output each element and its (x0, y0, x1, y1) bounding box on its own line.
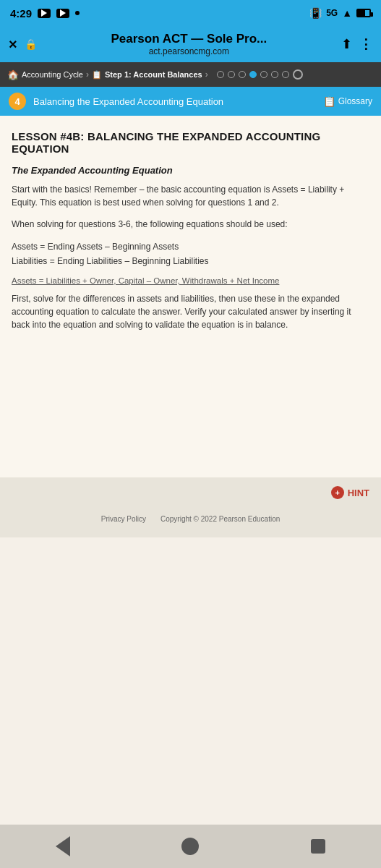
hint-section: + HINT (0, 477, 381, 508)
progress-dot-4 (249, 71, 257, 78)
privacy-policy-link[interactable]: Privacy Policy (101, 515, 146, 523)
status-bar: 4:29 📳 5G ▲ (0, 0, 381, 26)
nav-back-button[interactable] (56, 836, 70, 856)
site-title: Pearson ACT — Sole Pro... (44, 32, 334, 46)
breadcrumb-step[interactable]: 📋 Step 1: Account Balances (92, 70, 202, 80)
progress-dots (217, 69, 303, 80)
lesson-number: 4 (9, 93, 26, 110)
paragraph-2: When solving for questions 3-6, the foll… (12, 218, 369, 231)
progress-dot-3 (239, 71, 246, 78)
breadcrumb-separator-1: › (86, 69, 89, 80)
signal-label: 5G (326, 8, 338, 18)
close-button[interactable]: × (9, 36, 17, 53)
breadcrumb-separator-2: › (205, 69, 208, 80)
equation-line-1: Assets = Ending Assets – Beginning Asset… (12, 239, 369, 254)
hint-icon: + (331, 486, 344, 499)
lesson-title: Balancing the Expanded Accounting Equati… (33, 96, 316, 107)
paragraph-3: First, solve for the differences in asse… (12, 292, 369, 331)
progress-dot-1 (217, 71, 224, 78)
lesson-heading: LESSON #4B: BALANCING THE EXPANDED ACCOU… (12, 130, 369, 155)
hint-button[interactable]: + HINT (331, 486, 369, 499)
battery-icon (356, 9, 371, 17)
youtube-icon-2 (56, 9, 69, 18)
main-content: LESSON #4B: BALANCING THE EXPANDED ACCOU… (0, 116, 381, 477)
progress-dot-7 (282, 71, 289, 78)
lesson-header: 4 Balancing the Expanded Accounting Equa… (0, 87, 381, 116)
dot-indicator (75, 11, 80, 15)
breadcrumb-step-label: Step 1: Account Balances (105, 70, 202, 79)
signal-bars-icon: ▲ (342, 7, 352, 19)
content-subheading: The Expanded Accounting Equation (12, 165, 369, 176)
recent-square-icon (311, 839, 325, 854)
vibrate-icon: 📳 (309, 7, 322, 19)
glossary-icon: 📋 (323, 95, 335, 107)
status-right: 📳 5G ▲ (309, 7, 371, 19)
progress-dot-2 (228, 71, 235, 78)
step-icon: 📋 (92, 70, 102, 80)
status-left: 4:29 (10, 7, 80, 20)
progress-dot-8 (293, 69, 303, 80)
home-circle-icon (181, 838, 199, 855)
breadcrumb-home-label: Accounting Cycle (22, 70, 83, 79)
youtube-icon (38, 9, 51, 18)
breadcrumb-nav: 🏠 Accounting Cycle › 📋 Step 1: Account B… (0, 62, 381, 87)
time-display: 4:29 (10, 7, 32, 20)
nav-home-button[interactable] (181, 838, 199, 855)
paragraph-1: Start with the basics! Remember – the ba… (12, 183, 369, 209)
home-icon: 🏠 (7, 69, 19, 80)
breadcrumb-home[interactable]: 🏠 Accounting Cycle (7, 69, 83, 80)
equation-block-1: Assets = Ending Assets – Beginning Asset… (12, 239, 369, 269)
glossary-label: Glossary (338, 96, 372, 106)
nav-recent-button[interactable] (311, 839, 325, 854)
footer: Privacy Policy Copyright © 2022 Pearson … (0, 508, 381, 537)
share-button[interactable]: ⬆ (341, 36, 352, 52)
back-triangle-icon (56, 836, 70, 856)
lock-icon: 🔒 (25, 38, 37, 50)
equation-underline: Assets = Liabilities + Owner, Capital – … (12, 276, 369, 285)
hint-label: HINT (348, 488, 369, 498)
url-title-block: Pearson ACT — Sole Pro... act.pearsoncmg… (44, 32, 334, 56)
copyright-text: Copyright © 2022 Pearson Education (160, 515, 280, 523)
equation-line-2: Liabilities = Ending Liabilities – Begin… (12, 254, 369, 268)
browser-bar: × 🔒 Pearson ACT — Sole Pro... act.pearso… (0, 26, 381, 62)
progress-dot-6 (271, 71, 278, 78)
site-url: act.pearsoncmg.com (44, 46, 334, 56)
glossary-button[interactable]: 📋 Glossary (323, 95, 372, 107)
bottom-nav (0, 825, 381, 868)
progress-dot-5 (260, 71, 267, 78)
menu-button[interactable]: ⋮ (359, 36, 372, 52)
